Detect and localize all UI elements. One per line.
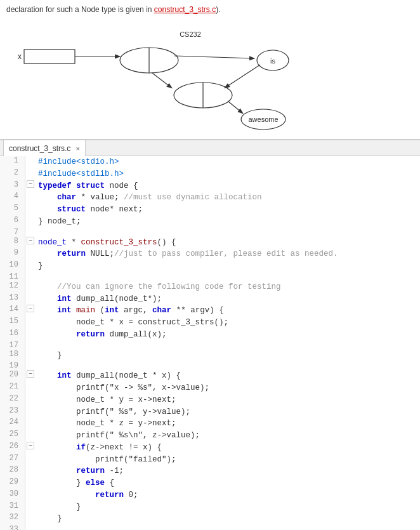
line-gutter[interactable] — [25, 394, 36, 406]
line-gutter[interactable] — [25, 156, 36, 168]
svg-text:x: x — [18, 52, 22, 61]
collapse-icon[interactable]: − — [27, 305, 34, 312]
code-line: 2#include<stdlib.h> — [0, 168, 420, 180]
line-number: 23 — [0, 406, 25, 418]
line-gutter[interactable] — [25, 204, 36, 216]
line-gutter[interactable]: − — [25, 370, 36, 382]
line-gutter[interactable] — [25, 525, 36, 530]
line-gutter[interactable] — [25, 454, 36, 466]
code-line: 24 node_t * z = y->next; — [0, 418, 420, 430]
line-content: return dump_all(x); — [36, 329, 420, 341]
collapse-icon[interactable]: − — [27, 370, 34, 378]
line-gutter[interactable] — [25, 329, 36, 341]
code-line: 25 printf(" %s\n", z->value); — [0, 430, 420, 442]
line-gutter[interactable] — [25, 272, 36, 281]
diagram-svg: x CS232 — [6, 19, 400, 133]
line-gutter[interactable]: − — [25, 305, 36, 317]
line-content: } node_t; — [36, 216, 420, 228]
line-content: node_t * x = construct_3_strs(); — [36, 317, 420, 329]
line-content: typedef struct node { — [36, 180, 420, 192]
line-gutter[interactable] — [25, 350, 36, 362]
file-tab[interactable]: construct_3_strs.c × — [3, 140, 86, 156]
line-number: 14 — [0, 305, 25, 317]
collapse-icon[interactable]: − — [27, 237, 34, 244]
code-line: 27 printf("failed"); — [0, 454, 420, 466]
code-line: 4 char * value; //must use dynamic alloc… — [0, 192, 420, 204]
line-content: node_t * construct_3_strs() { — [36, 237, 420, 249]
code-line: 14− int main (int argc, char ** argv) { — [0, 305, 420, 317]
code-line: 19 — [0, 361, 420, 370]
svg-line-6 — [174, 56, 254, 58]
collapse-icon[interactable]: − — [27, 180, 34, 188]
line-number: 17 — [0, 341, 25, 350]
intro-link[interactable]: construct_3_strs.c — [154, 5, 216, 14]
tab-bar: construct_3_strs.c × — [0, 140, 420, 156]
line-number: 24 — [0, 418, 25, 430]
line-gutter[interactable]: − — [25, 442, 36, 454]
line-gutter[interactable] — [25, 192, 36, 204]
line-number: 33 — [0, 525, 25, 530]
code-line: 22 node_t * y = x->next; — [0, 394, 420, 406]
line-content — [36, 228, 420, 237]
line-gutter[interactable] — [25, 341, 36, 350]
code-line: 18 } — [0, 350, 420, 362]
intro-text: declaration for such a Node type is give… — [6, 5, 414, 14]
line-gutter[interactable] — [25, 317, 36, 329]
line-gutter[interactable] — [25, 430, 36, 442]
line-number: 31 — [0, 501, 25, 513]
line-gutter[interactable] — [25, 489, 36, 501]
line-number: 13 — [0, 293, 25, 305]
line-gutter[interactable] — [25, 228, 36, 237]
line-gutter[interactable] — [25, 260, 36, 272]
line-number: 4 — [0, 192, 25, 204]
code-line: 13 int dump_all(node_t*); — [0, 293, 420, 305]
line-gutter[interactable] — [25, 281, 36, 293]
tab-close-button[interactable]: × — [75, 145, 79, 152]
code-line: 17 — [0, 341, 420, 350]
line-gutter[interactable] — [25, 501, 36, 513]
line-gutter[interactable]: − — [25, 180, 36, 192]
line-number: 12 — [0, 281, 25, 293]
code-line: 6} node_t; — [0, 216, 420, 228]
line-content: } — [36, 513, 420, 525]
line-content: int main (int argc, char ** argv) { — [36, 305, 420, 317]
code-line: 31 } — [0, 501, 420, 513]
line-number: 26 — [0, 442, 25, 454]
line-content: return 0; — [36, 489, 420, 501]
line-number: 18 — [0, 350, 25, 362]
code-line: 21 printf("x -> %s", x->value); — [0, 382, 420, 394]
code-line: 28 return -1; — [0, 465, 420, 477]
line-content: } — [36, 350, 420, 362]
line-gutter[interactable] — [25, 248, 36, 260]
line-gutter[interactable] — [25, 382, 36, 394]
code-editor[interactable]: 1#include<stdio.h>2#include<stdlib.h>3−t… — [0, 156, 420, 530]
code-line: 15 node_t * x = construct_3_strs(); — [0, 317, 420, 329]
code-line: 5 struct node* next; — [0, 204, 420, 216]
collapse-icon[interactable]: − — [27, 442, 34, 449]
tab-filename: construct_3_strs.c — [9, 144, 70, 153]
line-gutter[interactable] — [25, 168, 36, 180]
code-line: 11 — [0, 272, 420, 281]
line-number: 30 — [0, 489, 25, 501]
line-number: 9 — [0, 248, 25, 260]
line-gutter[interactable] — [25, 406, 36, 418]
svg-line-12 — [228, 102, 242, 113]
code-line: 1#include<stdio.h> — [0, 156, 420, 168]
line-content: printf("x -> %s", x->value); — [36, 382, 420, 394]
line-gutter[interactable] — [25, 361, 36, 370]
line-gutter[interactable] — [25, 513, 36, 525]
line-number: 6 — [0, 216, 25, 228]
line-gutter[interactable] — [25, 418, 36, 430]
line-gutter[interactable] — [25, 293, 36, 305]
line-gutter[interactable] — [25, 477, 36, 489]
line-content: node_t * z = y->next; — [36, 418, 420, 430]
line-content: if(z->next != x) { — [36, 442, 420, 454]
line-gutter[interactable]: − — [25, 237, 36, 249]
line-gutter[interactable] — [25, 465, 36, 477]
line-content: #include<stdio.h> — [36, 156, 420, 168]
code-line: 10} — [0, 260, 420, 272]
line-gutter[interactable] — [25, 216, 36, 228]
line-number: 2 — [0, 168, 25, 180]
code-line: 23 printf(" %s", y->value); — [0, 406, 420, 418]
line-number: 29 — [0, 477, 25, 489]
